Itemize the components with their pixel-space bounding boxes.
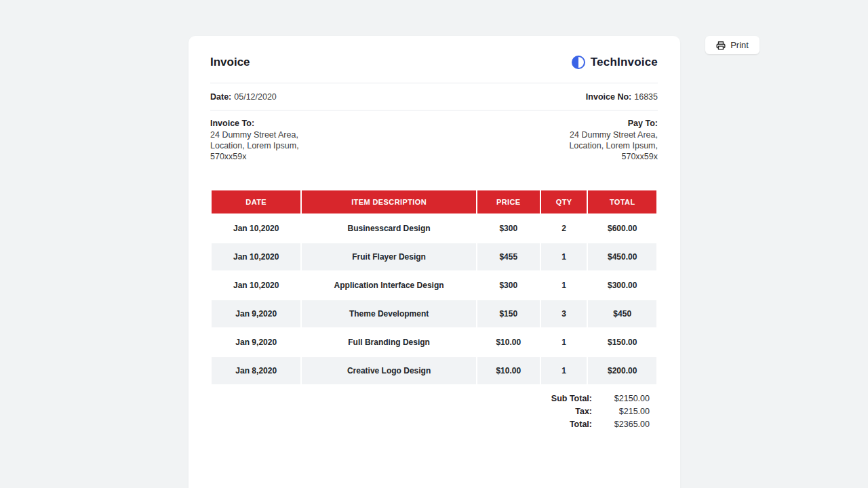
subtotal-label: Sub Total:	[551, 394, 592, 403]
cell-qty: 2	[541, 215, 587, 242]
cell-date: Jan 10,2020	[212, 215, 300, 242]
cell-total: $200.00	[588, 357, 656, 384]
tax-line: Tax: $215.00	[575, 407, 650, 416]
table-row: Jan 10,2020 Businesscard Design $300 2 $…	[212, 215, 656, 242]
table-row: Jan 10,2020 Fruit Flayer Design $455 1 $…	[212, 243, 656, 270]
total-line: Total: $2365.00	[570, 420, 650, 429]
table-row: Jan 8,2020 Creative Logo Design $10.00 1…	[212, 357, 656, 384]
column-header-total: TOTAL	[588, 190, 656, 214]
cell-price: $10.00	[477, 357, 540, 384]
cell-total: $150.00	[588, 329, 656, 356]
invoice-header: Invoice TechInvoice	[210, 56, 658, 83]
cell-total: $450	[588, 300, 656, 327]
cell-description: Businesscard Design	[302, 215, 475, 242]
pay-to-line: 570xx59x	[569, 151, 658, 162]
items-table: DATE ITEM DESCRIPTION PRICE QTY TOTAL Ja…	[210, 189, 658, 386]
subtotal-line: Sub Total: $2150.00	[551, 394, 650, 403]
cell-price: $300	[477, 272, 540, 299]
invoice-number: Invoice No:16835	[586, 92, 658, 102]
pay-to-line: 24 Dummy Street Area,	[569, 129, 658, 140]
tax-label: Tax:	[575, 407, 592, 416]
cell-qty: 3	[541, 300, 587, 327]
cell-date: Jan 8,2020	[212, 357, 300, 384]
cell-total: $450.00	[588, 243, 656, 270]
invoice-meta-row: Date:05/12/2020 Invoice No:16835	[210, 83, 658, 110]
cell-qty: 1	[541, 357, 587, 384]
half-circle-logo-icon	[572, 56, 585, 69]
cell-description: Application Interface Design	[302, 272, 475, 299]
column-header-qty: QTY	[541, 190, 587, 214]
cell-price: $455	[477, 243, 540, 270]
cell-qty: 1	[541, 329, 587, 356]
total-label: Total:	[570, 420, 592, 429]
page: Invoice TechInvoice Date:05/12/2020 Invo…	[0, 0, 868, 488]
cell-qty: 1	[541, 272, 587, 299]
cell-description: Theme Development	[302, 300, 475, 327]
invoice-date-value: 05/12/2020	[234, 92, 277, 102]
subtotal-value: $2150.00	[592, 394, 650, 403]
column-header-price: PRICE	[477, 190, 540, 214]
cell-total: $300.00	[588, 272, 656, 299]
invoice-number-value: 16835	[634, 92, 658, 102]
address-row: Invoice To: 24 Dummy Street Area, Locati…	[210, 110, 658, 162]
brand-name: TechInvoice	[591, 56, 658, 69]
cell-price: $10.00	[477, 329, 540, 356]
page-title: Invoice	[210, 56, 250, 69]
invoice-to-block: Invoice To: 24 Dummy Street Area, Locati…	[210, 118, 299, 162]
table-row: Jan 9,2020 Full Branding Design $10.00 1…	[212, 329, 656, 356]
column-header-date: DATE	[212, 190, 300, 214]
invoice-to-line: 570xx59x	[210, 151, 299, 162]
cell-date: Jan 9,2020	[212, 329, 300, 356]
cell-qty: 1	[541, 243, 587, 270]
cell-date: Jan 10,2020	[212, 243, 300, 270]
pay-to-block: Pay To: 24 Dummy Street Area, Location, …	[569, 118, 658, 162]
cell-price: $150	[477, 300, 540, 327]
invoice-to-line: 24 Dummy Street Area,	[210, 129, 299, 140]
brand-logo: TechInvoice	[572, 56, 658, 69]
pay-to-line: Location, Lorem Ipsum,	[569, 140, 658, 151]
printer-icon	[716, 41, 726, 50]
table-row: Jan 10,2020 Application Interface Design…	[212, 272, 656, 299]
invoice-number-label: Invoice No:	[586, 92, 631, 102]
tax-value: $215.00	[592, 407, 650, 416]
totals-block: Sub Total: $2150.00 Tax: $215.00 Total: …	[210, 394, 658, 429]
invoice-to-line: Location, Lorem Ipsum,	[210, 140, 299, 151]
cell-description: Full Branding Design	[302, 329, 475, 356]
invoice-to-label: Invoice To:	[210, 118, 299, 129]
cell-description: Fruit Flayer Design	[302, 243, 475, 270]
cell-price: $300	[477, 215, 540, 242]
cell-total: $600.00	[588, 215, 656, 242]
cell-date: Jan 10,2020	[212, 272, 300, 299]
invoice-date-label: Date:	[210, 92, 231, 102]
print-button-label: Print	[730, 40, 749, 50]
total-value: $2365.00	[592, 420, 650, 429]
table-row: Jan 9,2020 Theme Development $150 3 $450	[212, 300, 656, 327]
invoice-date: Date:05/12/2020	[210, 92, 277, 102]
pay-to-label: Pay To:	[569, 118, 658, 129]
table-header-row: DATE ITEM DESCRIPTION PRICE QTY TOTAL	[212, 190, 656, 214]
cell-date: Jan 9,2020	[212, 300, 300, 327]
column-header-description: ITEM DESCRIPTION	[302, 190, 475, 214]
print-button[interactable]: Print	[705, 36, 760, 54]
invoice-card: Invoice TechInvoice Date:05/12/2020 Invo…	[189, 36, 680, 488]
cell-description: Creative Logo Design	[302, 357, 475, 384]
